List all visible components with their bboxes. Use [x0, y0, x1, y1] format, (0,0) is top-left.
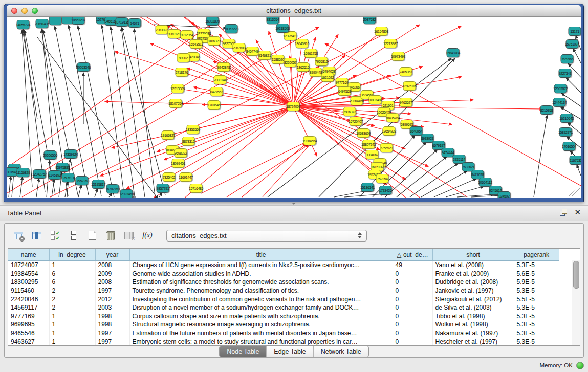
- table-cell[interactable]: 1: [49, 261, 95, 270]
- network-node[interactable]: 18357223: [225, 24, 238, 33]
- network-node[interactable]: 7485063: [400, 67, 412, 76]
- table-row[interactable]: 969969511998Structural magnetic resonanc…: [8, 320, 559, 329]
- network-node[interactable]: 2967608: [233, 43, 246, 52]
- network-node[interactable]: 20206556: [44, 150, 57, 160]
- table-cell[interactable]: Estimation of significance thresholds fo…: [129, 278, 393, 287]
- column-header[interactable]: in_degree: [49, 249, 95, 261]
- table-row[interactable]: 946554611997Estimation of the future num…: [8, 329, 559, 338]
- network-selector-dropdown[interactable]: citations_edges.txt: [166, 230, 367, 242]
- table-cell[interactable]: Investigating the contribution of common…: [129, 295, 393, 303]
- window-titlebar[interactable]: citations_edges.txt: [7, 5, 581, 17]
- network-node[interactable]: 10973493: [392, 52, 405, 61]
- network-node[interactable]: 19384554: [303, 136, 316, 145]
- network-node[interactable]: 8215958: [540, 105, 553, 115]
- table-cell[interactable]: 5.3E-5: [514, 261, 559, 270]
- table-cell[interactable]: 14569117: [8, 303, 49, 312]
- network-node[interactable]: 10688609: [357, 128, 370, 138]
- network-node[interactable]: 11691447: [180, 172, 192, 182]
- network-node[interactable]: 752254: [376, 174, 389, 183]
- show-columns-icon[interactable]: [30, 229, 43, 242]
- table-cell[interactable]: Embryonic stem cells: a model to study s…: [129, 337, 393, 346]
- network-node[interactable]: 9777169: [336, 78, 349, 87]
- table-cell[interactable]: 0: [393, 295, 432, 303]
- network-node[interactable]: 8813054: [267, 17, 279, 24]
- table-row[interactable]: 911546021997Tourette syndrome. Phenomeno…: [8, 287, 559, 295]
- table-row[interactable]: 1938455462009Genome-wide association stu…: [8, 270, 559, 278]
- network-node[interactable]: 1588520: [272, 55, 285, 64]
- table-cell[interactable]: 0: [393, 329, 432, 338]
- table-cell[interactable]: 2: [49, 303, 95, 312]
- network-node[interactable]: 7986372: [343, 107, 356, 116]
- table-settings-icon[interactable]: [12, 229, 25, 242]
- column-header[interactable]: year: [95, 249, 129, 261]
- network-node[interactable]: 2803144: [214, 75, 227, 84]
- table-cell[interactable]: 5.3E-5: [514, 329, 559, 338]
- network-node[interactable]: 9474444: [442, 148, 454, 157]
- network-node[interactable]: 7963822: [156, 25, 168, 34]
- table-cell[interactable]: Wolkin et al. (1998): [432, 320, 514, 329]
- network-node[interactable]: 1640954: [410, 126, 423, 136]
- table-cell[interactable]: 2008: [95, 261, 129, 270]
- network-node[interactable]: 16154808: [375, 27, 388, 36]
- network-node[interactable]: 16543512: [190, 39, 203, 49]
- table-cell[interactable]: Jankovic et al. (1997): [432, 287, 514, 295]
- table-cell[interactable]: Tibbo et al. (1998): [432, 312, 514, 321]
- tab-node-table[interactable]: Node Table: [220, 346, 267, 357]
- table-row[interactable]: 977716911998Corpus callosum shape and si…: [8, 312, 559, 321]
- select-columns-icon[interactable]: ✔✔: [49, 229, 62, 242]
- network-node[interactable]: 19166827: [162, 130, 175, 140]
- table-cell[interactable]: 18300295: [8, 278, 49, 287]
- table-row[interactable]: 2242004622012Investigating the contribut…: [8, 295, 559, 303]
- table-cell[interactable]: Changes of HCN gene expression and I(f) …: [129, 261, 393, 270]
- network-node[interactable]: 12975115: [403, 81, 416, 91]
- table-cell[interactable]: 9777169: [8, 312, 49, 321]
- network-node[interactable]: 924502: [498, 191, 511, 198]
- network-node[interactable]: 8990448: [310, 68, 322, 77]
- network-node[interactable]: 16210643: [560, 114, 573, 123]
- network-node[interactable]: 18353559: [187, 125, 200, 134]
- table-cell[interactable]: 1: [49, 320, 95, 329]
- network-node[interactable]: 1733426: [379, 186, 392, 195]
- memory-ok-indicator[interactable]: [576, 362, 584, 369]
- network-node[interactable]: 10653287: [72, 17, 85, 25]
- network-node[interactable]: 9146821: [258, 51, 271, 60]
- table-cell[interactable]: 1: [49, 312, 95, 321]
- network-node[interactable]: 9463627: [400, 98, 412, 107]
- tab-network-table[interactable]: Network Table: [314, 346, 368, 357]
- table-cell[interactable]: 0: [393, 312, 432, 321]
- network-node[interactable]: 1862615: [297, 62, 310, 72]
- network-node[interactable]: 18724007: [287, 102, 300, 111]
- column-header[interactable]: △ out_de…: [393, 249, 432, 261]
- table-cell[interactable]: 0: [393, 278, 432, 287]
- table-cell[interactable]: 9699695: [8, 320, 49, 329]
- scrollbar-thumb[interactable]: [573, 261, 579, 289]
- network-node[interactable]: 12942757: [33, 169, 46, 179]
- network-node[interactable]: 15136141: [361, 183, 374, 192]
- network-node[interactable]: 12505135: [62, 173, 75, 182]
- table-cell[interactable]: 2008: [95, 278, 129, 287]
- network-node[interactable]: 1700646: [208, 100, 221, 110]
- network-node[interactable]: 1145193: [49, 170, 61, 180]
- delete-icon[interactable]: [104, 229, 117, 242]
- network-node[interactable]: 19218506: [276, 24, 289, 33]
- network-node[interactable]: 20053346: [77, 62, 90, 72]
- new-document-icon[interactable]: [85, 229, 99, 242]
- network-node[interactable]: 18099451: [172, 159, 185, 168]
- network-node[interactable]: 12093872: [554, 84, 567, 93]
- network-node[interactable]: 7825402: [163, 172, 176, 182]
- network-node[interactable]: 8427552: [210, 87, 223, 96]
- network-node[interactable]: 14671: [128, 18, 141, 28]
- table-cell[interactable]: Hescheler et al. (1997): [432, 337, 514, 346]
- close-panel-icon[interactable]: ✕: [574, 209, 581, 216]
- network-node[interactable]: [49, 17, 62, 25]
- network-node[interactable]: 18640910: [296, 39, 309, 48]
- table-cell[interactable]: 0: [393, 270, 432, 278]
- network-node[interactable]: 16961758: [304, 49, 317, 58]
- table-cell[interactable]: 2012: [95, 295, 129, 303]
- network-node[interactable]: 1621022: [321, 73, 334, 82]
- network-node[interactable]: 14055724: [17, 20, 30, 29]
- table-cell[interactable]: 5.3E-5: [514, 303, 559, 312]
- network-node[interactable]: 10807487: [369, 95, 382, 104]
- network-node[interactable]: 2718176: [176, 68, 188, 77]
- network-node[interactable]: 1167533: [570, 156, 581, 165]
